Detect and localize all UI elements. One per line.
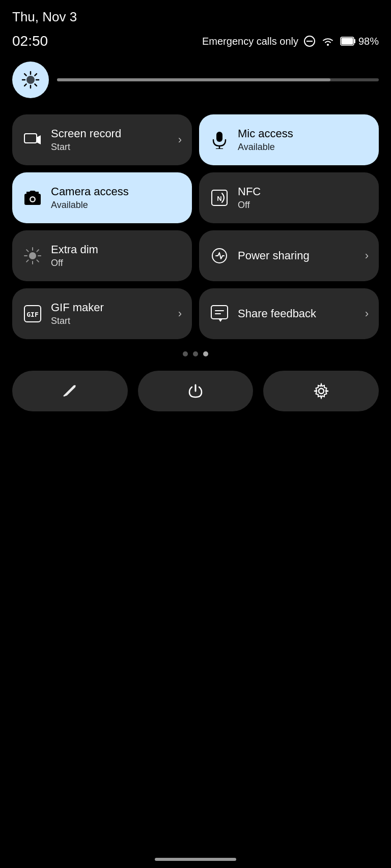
svg-point-39 [319,388,324,394]
battery-icon [340,36,356,46]
tile-nfc[interactable]: N NFC Off [199,172,379,223]
mic-access-subtitle: Available [238,142,369,153]
page-dot-2[interactable] [193,351,198,356]
power-sharing-arrow: › [365,249,369,262]
svg-line-14 [24,84,26,86]
svg-rect-36 [211,306,228,319]
camera-access-text: Camera access Available [51,185,182,210]
screen-record-icon [22,130,43,150]
gif-maker-subtitle: Start [51,316,170,326]
extra-dim-subtitle: Off [51,258,182,268]
battery-container: 98% [340,36,379,47]
nfc-subtitle: Off [238,200,369,211]
svg-rect-4 [354,39,355,43]
tile-power-sharing[interactable]: Power sharing › [199,230,379,281]
camera-icon [22,188,43,208]
power-sharing-title: Power sharing [238,249,357,262]
mic-icon [209,130,230,150]
camera-access-title: Camera access [51,185,182,198]
gif-maker-title: GIF maker [51,301,170,314]
power-sharing-text: Power sharing [238,249,357,262]
svg-text:N: N [217,195,221,202]
svg-point-24 [29,252,36,259]
tiles-grid: Screen record Start › Mic access Availab… [0,114,391,339]
emergency-label: Emergency calls only [202,36,298,47]
svg-rect-5 [341,38,353,45]
screen-record-title: Screen record [51,127,170,140]
mic-access-title: Mic access [238,127,369,140]
battery-label: 98% [358,36,379,47]
screen-record-arrow: › [178,133,182,146]
screen-record-text: Screen record Start [51,127,170,152]
svg-point-21 [31,198,35,201]
feedback-icon [209,304,230,324]
nfc-title: NFC [238,185,369,198]
page-dots [0,351,391,356]
tile-camera-access[interactable]: Camera access Available [12,172,192,223]
edit-button[interactable] [12,371,128,411]
tile-extra-dim[interactable]: Extra dim Off [12,230,192,281]
brightness-slider[interactable] [57,78,379,81]
extra-dim-title: Extra dim [51,243,182,256]
brightness-fill [57,78,330,81]
dnd-icon [303,35,316,47]
status-date: Thu, Nov 3 [12,9,379,25]
extra-dim-text: Extra dim Off [51,243,182,268]
share-feedback-text: Share feedback [238,307,357,320]
svg-line-30 [37,260,39,262]
svg-line-32 [26,260,29,262]
page-dot-3[interactable] [203,351,208,356]
gif-icon: GIF [22,304,43,324]
nfc-text: NFC Off [238,185,369,210]
gif-maker-text: GIF maker Start [51,301,170,326]
edit-icon [62,383,78,399]
svg-rect-15 [24,134,37,143]
gif-maker-arrow: › [178,307,182,320]
mic-access-text: Mic access Available [238,127,369,152]
svg-line-12 [35,84,37,86]
status-time: 02:50 [12,33,48,49]
svg-text:GIF: GIF [26,311,39,318]
share-feedback-arrow: › [365,307,369,320]
svg-rect-16 [216,132,222,142]
tile-gif-maker[interactable]: GIF GIF maker Start › [12,288,192,339]
nfc-icon: N [209,188,230,208]
extra-dim-icon [22,246,43,266]
tile-share-feedback[interactable]: Share feedback › [199,288,379,339]
settings-button[interactable] [263,371,379,411]
svg-line-31 [37,250,39,252]
tile-screen-record[interactable]: Screen record Start › [12,114,192,165]
svg-point-2 [327,44,329,46]
svg-point-6 [26,76,35,84]
home-indicator[interactable] [155,858,236,861]
svg-line-13 [35,74,37,76]
brightness-icon [21,71,40,89]
brightness-button[interactable] [12,62,49,98]
share-feedback-title: Share feedback [238,307,357,320]
svg-line-11 [24,74,26,76]
camera-access-subtitle: Available [51,200,182,211]
tile-mic-access[interactable]: Mic access Available [199,114,379,165]
svg-line-29 [26,250,29,252]
brightness-row[interactable] [0,62,391,98]
status-right-area: Emergency calls only 98% [202,35,379,47]
power-sharing-icon [209,246,230,266]
screen-record-subtitle: Start [51,142,170,153]
settings-icon [313,383,329,399]
bottom-buttons [0,371,391,411]
wifi-icon [321,35,335,47]
page-dot-1[interactable] [183,351,188,356]
power-button[interactable] [138,371,254,411]
power-icon [187,383,204,399]
